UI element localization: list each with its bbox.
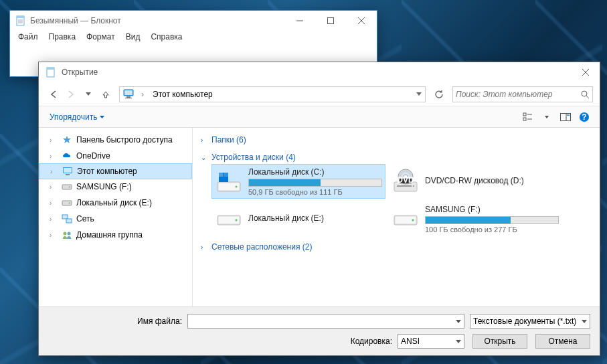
onedrive-icon: [62, 151, 72, 161]
drive-free: 50,9 ГБ свободно из 111 ГБ: [248, 188, 382, 196]
group-devices-header[interactable]: ⌄Устройства и диски (4): [201, 151, 592, 164]
filetype-combo[interactable]: Текстовые документы (*.txt): [470, 314, 590, 329]
drive-name: Локальный диск (C:): [248, 167, 382, 177]
hdd-icon: [215, 205, 243, 233]
drive-name: SAMSUNG (F:): [425, 205, 559, 214]
address-dropdown[interactable]: [413, 92, 425, 96]
svg-rect-14: [124, 90, 133, 95]
content-pane: ›Папки (6) ⌄Устройства и диски (4) Локал…: [193, 128, 600, 306]
dialog-close-button[interactable]: [572, 63, 600, 82]
nav-toolbar: › Этот компьютер: [39, 82, 600, 106]
back-button[interactable]: [46, 86, 62, 102]
tree-onedrive[interactable]: ›OneDrive: [39, 148, 192, 164]
close-button[interactable]: [346, 11, 377, 31]
chevron-down-icon[interactable]: [582, 320, 587, 323]
drive-d[interactable]: DVD DVD/CD-RW дисковод (D:): [388, 164, 562, 199]
svg-rect-16: [125, 98, 132, 98]
tree-this-pc[interactable]: ›Этот компьютер: [39, 163, 192, 179]
forward-button[interactable]: [63, 86, 79, 102]
view-dropdown[interactable]: [538, 109, 555, 125]
breadcrumb-this-pc[interactable]: Этот компьютер: [147, 87, 217, 102]
capacity-bar: [248, 179, 382, 187]
group-network: ›Сетевые расположения (2): [201, 240, 592, 254]
svg-rect-35: [62, 215, 68, 219]
help-button[interactable]: ?: [576, 109, 593, 125]
minimize-button[interactable]: [284, 11, 315, 31]
tree-samsung[interactable]: ›SAMSUNG (F:): [39, 179, 192, 195]
svg-rect-43: [219, 173, 223, 177]
encoding-combo[interactable]: ANSI: [398, 334, 464, 349]
dialog-title: Открытие: [62, 68, 572, 77]
drive-c[interactable]: Локальный диск (C:) 50,9 ГБ свободно из …: [211, 164, 385, 199]
svg-rect-15: [126, 96, 131, 98]
svg-point-47: [413, 185, 414, 187]
encoding-label: Кодировка:: [351, 337, 392, 346]
open-dialog: Открытие › Этот компьютер Упорядочить ? …: [38, 62, 600, 356]
up-button[interactable]: [98, 86, 114, 102]
dialog-icon: [46, 67, 56, 78]
menu-view[interactable]: Вид: [120, 31, 146, 46]
hdd-icon: [62, 181, 72, 192]
hdd-icon: [392, 205, 420, 233]
search-box[interactable]: [452, 86, 593, 102]
svg-rect-36: [66, 219, 72, 223]
notepad-title: Безымянный — Блокнот: [30, 16, 284, 25]
pc-icon: [122, 88, 136, 101]
recent-dropdown[interactable]: [80, 86, 96, 102]
drive-name: Локальный диск (E:): [248, 213, 382, 223]
address-bar[interactable]: › Этот компьютер: [119, 86, 426, 102]
tree-local-e[interactable]: ›Локальный диск (E:): [39, 195, 192, 211]
drive-f[interactable]: SAMSUNG (F:) 100 ГБ свободно из 277 ГБ: [388, 201, 562, 236]
drive-e[interactable]: Локальный диск (E:): [211, 201, 385, 236]
tree-quick-access[interactable]: ›Панель быстрого доступа: [39, 132, 192, 148]
chevron-right-icon: ›: [201, 136, 209, 144]
svg-rect-25: [567, 114, 570, 116]
filename-label: Имя файла:: [48, 316, 182, 326]
nav-tree: ›Панель быстрого доступа ›OneDrive ›Этот…: [39, 128, 193, 306]
tree-network[interactable]: ›Сеть: [39, 211, 192, 227]
menu-edit[interactable]: Правка: [44, 31, 82, 46]
search-input[interactable]: [456, 90, 580, 99]
notepad-icon: [15, 15, 26, 26]
svg-point-32: [69, 187, 70, 188]
tree-homegroup[interactable]: ›Домашняя группа: [39, 227, 192, 243]
chevron-right-icon: ›: [201, 244, 209, 251]
search-icon[interactable]: [580, 90, 590, 99]
filename-combo[interactable]: [187, 314, 464, 329]
cancel-button[interactable]: Отмена: [535, 334, 590, 349]
chevron-down-icon[interactable]: [456, 320, 461, 323]
hdd-icon: [62, 197, 72, 208]
svg-point-34: [69, 203, 70, 204]
capacity-bar: [425, 216, 559, 224]
view-options-button[interactable]: [519, 109, 537, 125]
svg-point-41: [236, 186, 238, 188]
svg-point-55: [236, 219, 238, 221]
menu-format[interactable]: Формат: [81, 31, 120, 46]
command-toolbar: Упорядочить ?: [39, 106, 600, 128]
group-folders: ›Папки (6): [201, 133, 592, 147]
open-button[interactable]: Открыть: [472, 334, 527, 349]
svg-rect-20: [523, 118, 526, 120]
preview-pane-button[interactable]: [557, 109, 574, 125]
dvd-drive-icon: DVD: [392, 167, 420, 195]
svg-rect-44: [224, 173, 228, 177]
menu-file[interactable]: Файл: [13, 31, 44, 46]
maximize-button[interactable]: [315, 11, 346, 31]
star-icon: [62, 134, 72, 145]
pc-icon: [62, 166, 73, 177]
group-devices: ⌄Устройства и диски (4) Локальный диск (…: [201, 151, 592, 236]
dialog-body: ›Панель быстрого доступа ›OneDrive ›Этот…: [39, 128, 600, 306]
svg-point-58: [412, 219, 414, 221]
menu-help[interactable]: Справка: [145, 31, 187, 46]
svg-rect-30: [66, 174, 70, 175]
group-network-header[interactable]: ›Сетевые расположения (2): [201, 240, 592, 254]
organize-button[interactable]: Упорядочить: [46, 111, 108, 123]
svg-rect-1: [17, 16, 24, 18]
refresh-button[interactable]: [431, 86, 447, 102]
svg-text:DVD: DVD: [397, 175, 414, 185]
group-folders-header[interactable]: ›Папки (6): [201, 133, 592, 147]
homegroup-icon: [62, 230, 72, 240]
chevron-down-icon[interactable]: [456, 340, 461, 343]
svg-point-37: [64, 232, 67, 236]
breadcrumb-sep[interactable]: ›: [139, 90, 147, 99]
